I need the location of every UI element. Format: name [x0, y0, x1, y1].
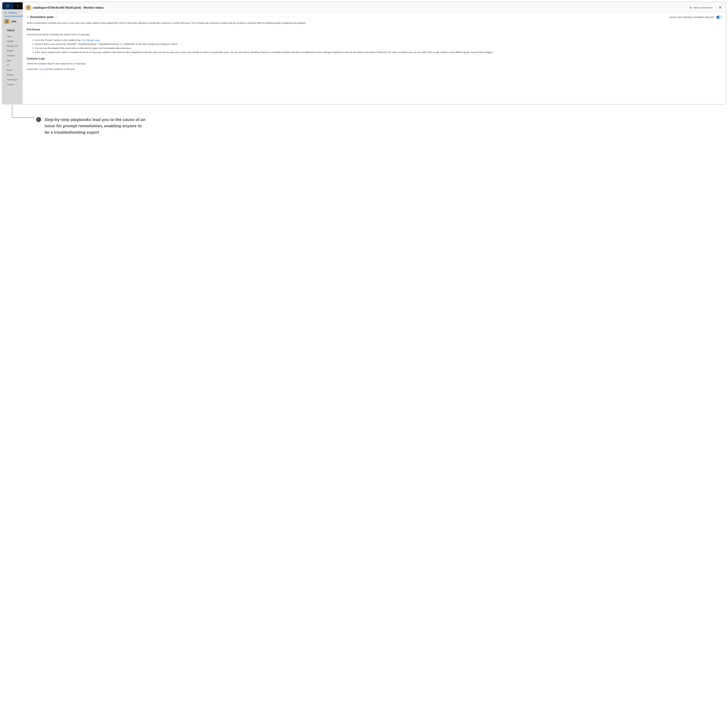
- guide-title: Remediation guide: [30, 15, 54, 18]
- step-1-text: Go to the "Events" section in the middle…: [35, 39, 81, 41]
- pod-events-heading: Pod Events: [27, 28, 722, 31]
- chevron-down-icon[interactable]: ▼: [27, 16, 29, 18]
- entity-header: cata: [2, 16, 23, 25]
- guide-header: ▼ Remediation guide ? Auto pin when foll…: [27, 15, 722, 18]
- about-row-readycon: Ready con: [2, 44, 23, 48]
- chevron-right-icon: ›: [36, 117, 41, 122]
- pin-button-label: Add to pinned items: [693, 6, 713, 9]
- about-row-cluster: Cluster: [2, 82, 23, 87]
- pod-events-desc: Check the pod events to identify any exp…: [27, 33, 722, 36]
- autopin-toggle[interactable]: [716, 16, 722, 18]
- tab-row: Highlight: [2, 9, 23, 16]
- highlight-icon: [5, 12, 7, 14]
- close-button[interactable]: ✕: [717, 5, 723, 10]
- about-row-owner: Owner: [2, 72, 23, 77]
- svg-rect-0: [5, 12, 5, 12]
- step-4: If the 'Show related event' option is en…: [35, 50, 722, 54]
- steps-list: Go to the "Events" section in the middle…: [27, 38, 722, 54]
- autopin-label: Auto pin when following a remediation de…: [669, 16, 714, 18]
- app-window: ← Highlight cata About Type Health Ready…: [2, 2, 726, 105]
- topbar: ←: [2, 2, 23, 9]
- tab-underline: [5, 16, 23, 17]
- pod-highlight-link[interactable]: Pod highlight page: [81, 39, 100, 41]
- step-1: Go to the "Events" section in the middle…: [35, 38, 722, 42]
- about-row-ip: IP: [2, 63, 23, 67]
- add-to-pinned-button[interactable]: Add to pinned items: [687, 5, 715, 10]
- logs-inspect-post: of all the containers in this pod.: [43, 68, 75, 70]
- help-icon[interactable]: ?: [55, 16, 58, 18]
- step-3: You can see the details of the event (cl…: [35, 46, 722, 50]
- panel-header: catalogue-6759c8cc48-78n26 (pod) - Monit…: [23, 2, 726, 13]
- panel-title: catalogue-6759c8cc48-78n26 (pod) - Monit…: [33, 6, 685, 9]
- logs-inspect-pre: Inspect the: [27, 68, 38, 70]
- intro-text: When a Kubernetes container has errors, …: [27, 21, 722, 25]
- pin-icon: [690, 6, 692, 9]
- panel-body: ▼ Remediation guide ? Auto pin when foll…: [23, 13, 726, 74]
- svg-rect-1: [5, 13, 5, 14]
- about-row-phase: Phase: [2, 48, 23, 53]
- about-heading: About: [2, 25, 23, 34]
- svg-point-7: [28, 7, 29, 8]
- app-shell: ← Highlight cata About Type Health Ready…: [2, 2, 726, 104]
- container-logs-heading: Container Logs: [27, 57, 722, 60]
- logs-link[interactable]: Logs: [38, 68, 43, 70]
- about-row-type: Type: [2, 34, 23, 39]
- about-row-namespace: Namespac: [2, 77, 23, 82]
- sidebar: ← Highlight cata About Type Health Ready…: [2, 2, 23, 104]
- container-logs-desc: Check the container logs for any explici…: [27, 62, 722, 65]
- hamburger-menu[interactable]: [2, 2, 13, 9]
- about-row-age: Age: [2, 58, 23, 63]
- step-2: Check if there is are events like "BackO…: [35, 42, 722, 46]
- annotation: › Step-by-step playbooks lead you to the…: [2, 106, 726, 140]
- detail-panel: catalogue-6759c8cc48-78n26 (pod) - Monit…: [23, 2, 726, 104]
- tab-highlight[interactable]: Highlight: [8, 11, 17, 14]
- entity-name: cata: [11, 20, 16, 23]
- about-row-restarts: Restarts: [2, 53, 23, 58]
- kubernetes-icon: [5, 19, 9, 24]
- kubernetes-icon: [26, 5, 31, 10]
- about-row-health: Health: [2, 39, 23, 44]
- back-button[interactable]: ←: [13, 2, 23, 9]
- logs-inspect-line: Inspect the Logs of all the containers i…: [27, 67, 722, 71]
- about-row-node: Node: [2, 67, 23, 72]
- svg-point-5: [6, 21, 7, 22]
- annotation-text: Step-by-step playbooks lead you to the c…: [44, 116, 147, 135]
